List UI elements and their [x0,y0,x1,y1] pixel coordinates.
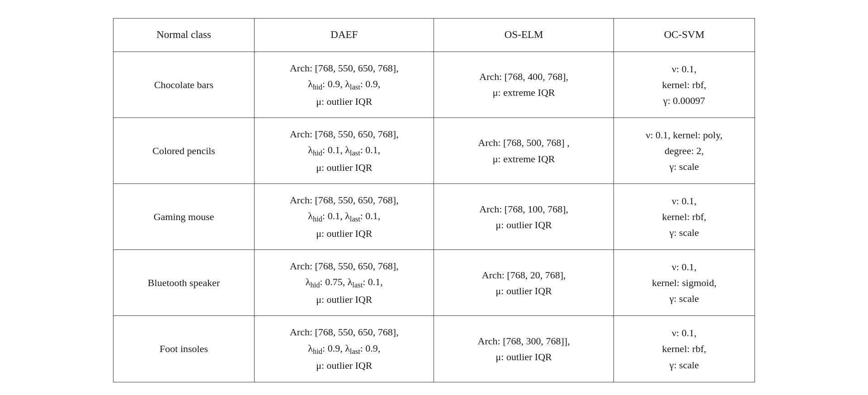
header-normal-class: Normal class [113,19,255,52]
table-row: Gaming mouseArch: [768, 550, 650, 768],λ… [113,184,755,250]
header-oselm: OS-ELM [434,19,613,52]
table-row: Colored pencilsArch: [768, 550, 650, 768… [113,118,755,183]
daef-cell: Arch: [768, 550, 650, 768],λhid: 0.1, λl… [255,184,434,250]
header-daef: DAEF [255,19,434,52]
normal-class-cell: Bluetooth speaker [113,250,255,316]
ocsvm-cell: ν: 0.1,kernel: rbf,γ: scale [613,316,755,382]
normal-class-cell: Foot insoles [113,316,255,382]
oselm-cell: Arch: [768, 500, 768] ,μ: extreme IQR [434,118,613,183]
ocsvm-cell: ν: 0.1,kernel: rbf,γ: scale [613,184,755,250]
daef-cell: Arch: [768, 550, 650, 768],λhid: 0.9, λl… [255,316,434,382]
daef-cell: Arch: [768, 550, 650, 768],λhid: 0.1, λl… [255,118,434,183]
daef-cell: Arch: [768, 550, 650, 768],λhid: 0.75, λ… [255,250,434,316]
oselm-cell: Arch: [768, 400, 768],μ: extreme IQR [434,52,613,118]
ocsvm-cell: ν: 0.1,kernel: sigmoid,γ: scale [613,250,755,316]
normal-class-cell: Chocolate bars [113,52,255,118]
ocsvm-cell: ν: 0.1,kernel: rbf,γ: 0.00097 [613,52,755,118]
daef-cell: Arch: [768, 550, 650, 768],λhid: 0.9, λl… [255,52,434,118]
normal-class-cell: Colored pencils [113,118,255,183]
table-row: Chocolate barsArch: [768, 550, 650, 768]… [113,52,755,118]
table-row: Foot insolesArch: [768, 550, 650, 768],λ… [113,316,755,382]
header-row: Normal class DAEF OS-ELM OC-SVM [113,19,755,52]
oselm-cell: Arch: [768, 300, 768]],μ: outlier IQR [434,316,613,382]
oselm-cell: Arch: [768, 100, 768],μ: outlier IQR [434,184,613,250]
ocsvm-cell: ν: 0.1, kernel: poly,degree: 2,γ: scale [613,118,755,183]
normal-class-cell: Gaming mouse [113,184,255,250]
table-container: Normal class DAEF OS-ELM OC-SVM Chocolat… [95,0,773,395]
header-ocsvm: OC-SVM [613,19,755,52]
oselm-cell: Arch: [768, 20, 768],μ: outlier IQR [434,250,613,316]
results-table: Normal class DAEF OS-ELM OC-SVM Chocolat… [113,18,755,382]
table-row: Bluetooth speakerArch: [768, 550, 650, 7… [113,250,755,316]
